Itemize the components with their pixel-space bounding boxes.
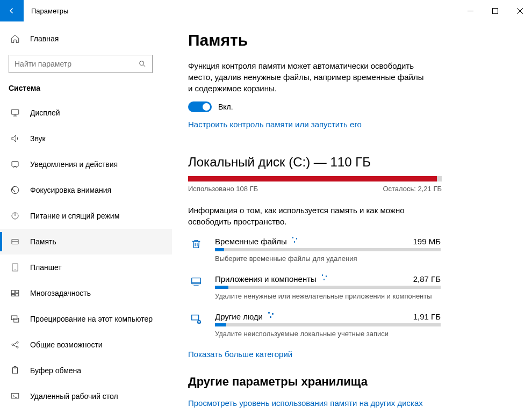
nav-label: Дисплей [30,108,60,117]
nav-label: Планшет [30,263,62,272]
loading-spinner-icon [321,274,328,284]
disk-usage-fill [188,176,437,181]
category-name: Другие люди [215,312,263,321]
disk-remaining-label: Осталось: 2,21 ГБ [383,185,442,193]
nav-label: Проецирование на этот компьютер [30,315,153,323]
svg-rect-9 [16,290,19,293]
nav-item-focus[interactable]: Фокусировка внимания [0,177,172,203]
category-name: Приложения и компоненты [215,274,317,284]
nav-item-project[interactable]: Проецирование на этот компьютер [0,306,172,332]
nav-item-remote[interactable]: Удаленный рабочий стол [0,383,172,409]
arrow-left-icon [7,6,17,16]
category-hint: Удалите неиспользуемые локальные учетные… [215,330,441,338]
category-size: 199 МБ [413,237,441,246]
back-button[interactable] [0,0,24,21]
svg-rect-21 [192,315,199,320]
nav-label: Фокусировка внимания [30,186,111,194]
shared-icon [10,340,20,350]
search-icon [138,60,147,68]
window-controls [458,0,532,21]
nav-item-shared[interactable]: Общие возможности [0,332,172,358]
storage-sense-description: Функция контроля памяти может автоматиче… [188,60,430,94]
category-size: 2,87 ГБ [413,274,441,284]
sidebar: Главная Система ДисплейЗвукУведомления и… [0,21,172,414]
view-other-disks-link[interactable]: Просмотреть уровень использования памяти… [188,398,423,408]
main-content: Память Функция контроля памяти может авт… [172,21,532,414]
svg-rect-0 [492,8,498,13]
maximize-button[interactable] [483,0,507,21]
category-bar [215,323,441,326]
storage-sense-toggle[interactable] [188,101,212,112]
disk-description: Информация о том, как используется памят… [188,205,435,227]
notifications-icon [10,159,20,169]
search-box[interactable] [9,55,153,73]
nav-label: Многозадачность [30,289,91,297]
category-name: Временные файлы [215,237,287,246]
svg-point-15 [17,342,18,343]
titlebar: Параметры [0,0,532,21]
category-icon [188,274,204,300]
storage-category-row[interactable]: Приложения и компоненты2,87 ГБУдалите не… [188,274,511,300]
nav-item-display[interactable]: Дисплей [0,100,172,126]
category-hint: Удалите ненужные или нежелательные прило… [215,292,441,300]
nav-item-notifications[interactable]: Уведомления и действия [0,151,172,177]
other-storage-heading: Другие параметры хранилища [188,375,511,389]
nav-item-multitask[interactable]: Многозадачность [0,280,172,306]
home-nav[interactable]: Главная [0,27,172,50]
loading-spinner-icon [267,312,275,321]
nav-label: Память [30,237,56,246]
svg-rect-10 [16,294,19,296]
nav-item-tablet[interactable]: Планшет [0,255,172,280]
toggle-label: Вкл. [218,103,233,111]
storage-category-row[interactable]: Временные файлы199 МБВыберите временные … [188,237,511,263]
close-button[interactable] [507,0,532,21]
svg-rect-3 [12,162,18,166]
tablet-icon [10,263,20,272]
disk-usage-bar [188,176,442,181]
nav-label: Удаленный рабочий стол [30,392,118,401]
nav-label: Питание и спящий режим [30,212,119,220]
search-input[interactable] [15,60,138,68]
category-icon [188,312,204,338]
page-title: Память [188,31,511,49]
nav-item-storage[interactable]: Память [0,229,172,255]
category-size: 1,91 ГБ [413,312,441,321]
svg-rect-2 [11,110,19,114]
svg-point-7 [15,270,16,270]
category-bar [215,248,441,251]
svg-rect-8 [11,290,15,294]
svg-rect-13 [14,318,19,323]
disk-used-label: Использовано 108 ГБ [188,185,258,193]
nav-item-power[interactable]: Питание и спящий режим [0,203,172,229]
svg-rect-12 [11,316,17,320]
category-icon [188,237,204,263]
loading-spinner-icon [291,237,299,246]
project-icon [10,314,20,324]
show-more-categories-link[interactable]: Показать больше категорий [188,350,292,359]
focus-icon [10,185,20,195]
svg-point-1 [140,61,144,66]
configure-storage-sense-link[interactable]: Настроить контроль памяти или запустить … [188,120,362,129]
home-label: Главная [30,34,59,43]
svg-point-14 [12,344,13,346]
storage-category-row[interactable]: Другие люди1,91 ГБУдалите неиспользуемые… [188,312,511,338]
category-bar [215,286,441,289]
app-title: Параметры [24,0,68,21]
clipboard-icon [10,366,20,375]
nav-label: Общие возможности [30,340,103,349]
sound-icon [10,134,20,143]
minimize-button[interactable] [458,0,483,21]
nav-item-sound[interactable]: Звук [0,126,172,151]
power-icon [10,211,20,221]
home-icon [10,34,20,43]
nav-label: Уведомления и действия [30,160,118,169]
category-hint: Выберите временные файлы для удаления [215,255,441,263]
nav-label: Звук [30,134,46,143]
remote-icon [10,391,20,401]
storage-icon [10,237,20,246]
disk-title: Локальный диск (C:) — 110 ГБ [188,155,511,170]
nav-item-clipboard[interactable]: Буфер обмена [0,358,172,383]
section-title: Система [0,78,172,100]
multitask-icon [10,288,20,298]
display-icon [10,108,20,118]
